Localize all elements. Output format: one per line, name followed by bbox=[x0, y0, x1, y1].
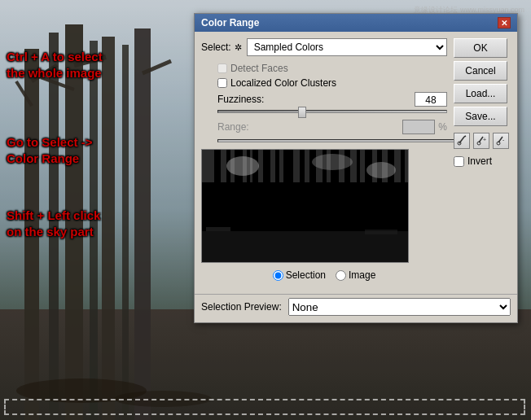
localized-color-clusters-label: Localized Color Clusters bbox=[230, 77, 336, 89]
svg-text:+: + bbox=[483, 137, 486, 142]
instruction-ctrl-a: Ctrl + A to selectthe whole image bbox=[7, 49, 103, 81]
invert-label: Invert bbox=[467, 155, 492, 167]
detect-faces-row: Detect Faces bbox=[217, 63, 447, 74]
eyedropper-add-icon: + bbox=[476, 135, 487, 147]
svg-rect-40 bbox=[202, 231, 409, 263]
selection-radio[interactable] bbox=[273, 270, 283, 281]
bottom-row: Selection Preview: None bbox=[195, 294, 517, 322]
fuzziness-slider-track[interactable] bbox=[217, 110, 447, 113]
selection-preview-dropdown[interactable]: None bbox=[288, 298, 511, 316]
selection-radio-label[interactable]: Selection bbox=[273, 269, 326, 281]
localized-color-clusters-row: Localized Color Clusters bbox=[217, 77, 447, 89]
fuzziness-slider-thumb[interactable] bbox=[298, 107, 306, 118]
range-slider-track bbox=[217, 139, 463, 142]
select-dropdown-wrapper[interactable]: Sampled Colors bbox=[247, 38, 447, 56]
range-label: Range: bbox=[217, 121, 399, 133]
image-radio[interactable] bbox=[336, 270, 346, 281]
sampled-icon: ✲ bbox=[235, 42, 242, 53]
select-row: Select: ✲ Sampled Colors bbox=[201, 38, 447, 56]
dialog-close-button[interactable]: ✕ bbox=[498, 17, 511, 28]
fuzziness-slider-container bbox=[217, 110, 447, 113]
color-range-dialog: Color Range ✕ Select: ✲ Sampled Colors D… bbox=[194, 13, 518, 323]
image-label: Image bbox=[349, 269, 375, 281]
select-label: Select: bbox=[201, 42, 231, 53]
svg-text:-: - bbox=[502, 137, 505, 142]
fuzziness-row: Fuzziness: 48 bbox=[217, 92, 447, 107]
svg-rect-42 bbox=[365, 230, 397, 234]
selection-preview-label: Selection Preview: bbox=[201, 301, 282, 313]
eyedropper-button[interactable] bbox=[454, 133, 470, 149]
eyedropper-subtract-button[interactable]: - bbox=[493, 133, 509, 149]
svg-point-39 bbox=[366, 162, 396, 178]
eyedropper-subtract-icon: - bbox=[495, 135, 507, 147]
range-percent: % bbox=[438, 121, 447, 133]
invert-row: Invert bbox=[454, 155, 511, 167]
color-range-preview bbox=[201, 149, 409, 263]
svg-line-45 bbox=[464, 136, 466, 137]
image-radio-label[interactable]: Image bbox=[336, 269, 375, 281]
range-row: Range: % bbox=[217, 120, 447, 134]
eyedropper-icon bbox=[456, 135, 467, 147]
detect-faces-label: Detect Faces bbox=[230, 63, 288, 74]
select-dropdown[interactable]: Sampled Colors bbox=[247, 38, 447, 56]
svg-point-37 bbox=[226, 156, 259, 176]
load-button[interactable]: Load... bbox=[454, 84, 507, 103]
radio-row: Selection Image bbox=[201, 269, 447, 281]
selection-border-bottom bbox=[4, 399, 525, 415]
ok-button[interactable]: OK bbox=[454, 38, 507, 58]
fuzziness-label: Fuzziness: bbox=[217, 94, 415, 105]
instruction-select: Go to Select ->Color Range bbox=[7, 134, 92, 166]
dialog-title: Color Range bbox=[201, 17, 259, 28]
svg-point-38 bbox=[312, 154, 353, 170]
instruction-shift-click: Shift + Left clickon the sky part bbox=[7, 208, 100, 239]
save-button[interactable]: Save... bbox=[454, 107, 507, 126]
preview-svg bbox=[202, 150, 409, 263]
dialog-titlebar: Color Range ✕ bbox=[195, 14, 517, 32]
dialog-main-content: Select: ✲ Sampled Colors Detect Faces Lo… bbox=[201, 38, 447, 286]
range-input bbox=[402, 120, 435, 134]
svg-rect-41 bbox=[206, 227, 230, 231]
invert-checkbox[interactable] bbox=[454, 156, 464, 167]
localized-color-clusters-checkbox[interactable] bbox=[217, 78, 227, 88]
dialog-sidebar: OK Cancel Load... Save... + bbox=[454, 38, 511, 286]
detect-faces-checkbox[interactable] bbox=[217, 63, 227, 73]
selection-label: Selection bbox=[286, 269, 326, 281]
cancel-button[interactable]: Cancel bbox=[454, 61, 507, 81]
eyedropper-add-button[interactable]: + bbox=[473, 133, 489, 149]
dialog-body: Select: ✲ Sampled Colors Detect Faces Lo… bbox=[195, 32, 517, 292]
eyedropper-tools: + - bbox=[454, 133, 511, 149]
fuzziness-value: 48 bbox=[415, 92, 447, 107]
